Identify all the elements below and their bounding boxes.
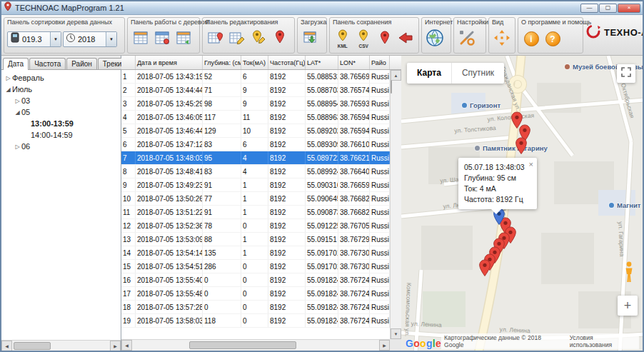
scroll-down-icon[interactable]: ▼	[391, 328, 401, 339]
zoom-in-button[interactable]: +	[618, 296, 638, 316]
table-row[interactable]: 52018-07-05 13:46:4412910819255.08920238…	[121, 124, 390, 138]
internet-button[interactable]	[425, 27, 445, 51]
table-row[interactable]: 142018-07-05 13:54:141351819255.09170138…	[121, 246, 390, 260]
table-cell: 2018-07-05 13:55:40	[136, 273, 203, 286]
table-cell: 2018-07-05 13:55:48	[136, 287, 203, 300]
scroll-right-icon[interactable]: ▶	[110, 341, 121, 351]
maximize-button[interactable]: ▢	[599, 4, 617, 13]
table-row[interactable]: 82018-07-05 13:48:41834819255.08992438.7…	[121, 165, 390, 178]
tree-item[interactable]: ▷Февраль	[1, 72, 121, 84]
table-cell: 4	[241, 151, 268, 164]
table-row[interactable]: 172018-07-05 13:55:4800819255.09182438.7…	[121, 287, 390, 301]
column-header[interactable]: Райо	[370, 56, 390, 69]
column-header[interactable]: Частота(Гц)	[268, 56, 306, 69]
table-cell: 55.090645	[306, 192, 338, 205]
table-row[interactable]: 122018-07-05 13:52:36780819255.09122538.…	[121, 219, 390, 233]
table-row[interactable]: 152018-07-05 13:54:512860819255.09170138…	[121, 260, 390, 273]
table-cell: Russia.	[370, 111, 390, 124]
minimize-button[interactable]: —	[580, 4, 598, 13]
tree-expand-button[interactable]	[131, 27, 151, 51]
save-csv-button[interactable]: CSV	[354, 27, 374, 51]
pegman-icon[interactable]	[624, 261, 634, 286]
column-header[interactable]: Ток(мА)	[241, 56, 268, 69]
table-row[interactable]: 192018-07-05 13:58:031180819255.09182438…	[121, 314, 390, 328]
tree-expander-icon[interactable]: ▷	[4, 75, 12, 81]
save-marker-button[interactable]	[375, 27, 395, 51]
sidebar-tab[interactable]: Район	[66, 58, 97, 69]
table-row[interactable]: 162018-07-05 13:55:4000819255.09182438.7…	[121, 273, 390, 287]
about-button[interactable]: i	[521, 27, 541, 51]
settings-button[interactable]	[457, 27, 477, 51]
chevron-down-icon[interactable]: ▼	[50, 32, 61, 46]
table-row[interactable]: 42018-07-05 13:46:0511711819255.08896338…	[121, 111, 390, 124]
map-poi-label[interactable]: Магнит	[608, 201, 641, 209]
sidebar-horizontal-scrollbar[interactable]: ◀ ▶	[1, 340, 121, 351]
table-vertical-scrollbar[interactable]: ▲ ▼	[390, 70, 401, 339]
scrollbar-thumb[interactable]	[189, 341, 296, 349]
device-select[interactable]: 019.3 ▼	[7, 31, 61, 47]
title-bar[interactable]: TECHNOAC MapProgram 1.21 — ▢ ×	[1, 1, 643, 15]
tree-item[interactable]: 13:00-13:59	[1, 118, 121, 129]
table-row[interactable]: 182018-07-05 13:57:2800819255.09182438.7…	[121, 301, 390, 314]
table-row[interactable]: 22018-07-05 13:44:44719819255.08870338.7…	[121, 84, 390, 97]
column-header[interactable]: LON*	[338, 56, 370, 69]
terms-link[interactable]: Условия использования	[570, 334, 636, 348]
view-pan-button[interactable]	[492, 27, 512, 51]
chevron-down-icon[interactable]: ▼	[106, 32, 116, 46]
point-marker[interactable]	[479, 259, 491, 280]
fullscreen-button[interactable]	[617, 64, 635, 83]
column-header[interactable]: LAT*	[306, 56, 338, 69]
year-select[interactable]: 2018 ▼	[63, 31, 117, 47]
help-button[interactable]: ?	[543, 27, 563, 51]
tree-item[interactable]: ◢Июль	[1, 84, 121, 95]
sidebar-tab[interactable]: Частота	[29, 58, 66, 69]
tree-item[interactable]: ▷03	[1, 95, 121, 106]
popup-close-button[interactable]: ×	[529, 159, 533, 170]
save-kml-button[interactable]: KML	[333, 27, 353, 51]
table-row[interactable]: 132018-07-05 13:53:09881819255.0915138.7…	[121, 233, 390, 246]
table-row[interactable]: 92018-07-05 13:49:23911819255.09031638.7…	[121, 178, 390, 192]
table-row[interactable]: 12018-07-05 13:43:19526819255.08853138.7…	[121, 70, 390, 84]
tree-collapse-button[interactable]	[152, 27, 172, 51]
edit-record-button[interactable]	[227, 27, 247, 51]
table-horizontal-scrollbar[interactable]: ◀ ▶	[121, 339, 390, 351]
edit-table-button[interactable]	[206, 27, 226, 51]
map-canvas[interactable]: Карта Спутник × 05.07.18 13:48:03 Глубин…	[401, 56, 643, 351]
load-data-button[interactable]	[301, 27, 321, 51]
column-header[interactable]: Глубина: (см)	[203, 56, 241, 69]
table-row[interactable]: 62018-07-05 13:47:12836819255.08930938.7…	[121, 138, 390, 151]
sidebar-tab[interactable]: Дата	[3, 58, 29, 70]
google-logo[interactable]: Google	[406, 338, 441, 349]
point-marker[interactable]	[515, 137, 528, 158]
scroll-up-icon[interactable]: ▲	[391, 70, 401, 81]
scroll-left-icon[interactable]: ◀	[1, 341, 12, 351]
marker-delete-button[interactable]	[270, 27, 290, 51]
tree-item[interactable]: 14:00-14:59	[1, 129, 121, 141]
map-poi-label[interactable]: Горизонт	[461, 101, 500, 109]
marker-edit-button[interactable]	[248, 27, 268, 51]
tree-expander-icon[interactable]: ◢	[4, 86, 12, 93]
scrollbar-thumb[interactable]	[14, 342, 51, 350]
scrollbar-thumb[interactable]	[391, 80, 392, 94]
map-view-button[interactable]: Карта	[407, 63, 451, 84]
scroll-right-icon[interactable]: ▶	[379, 340, 390, 351]
satellite-view-button[interactable]: Спутник	[451, 63, 504, 84]
scroll-left-icon[interactable]: ◀	[121, 340, 132, 351]
map-poi-label[interactable]: Памятник Гагарину	[474, 144, 548, 152]
table-row[interactable]: 102018-07-05 13:50:26771819255.09064538.…	[121, 192, 390, 206]
table-row[interactable]: 32018-07-05 13:45:29989819255.08895438.7…	[121, 97, 390, 111]
tree-item[interactable]: ◢05	[1, 106, 121, 118]
tree-expander-icon[interactable]: ▷	[14, 144, 21, 150]
tree-expander-icon[interactable]: ◢	[14, 109, 21, 116]
table-cell: 2018-07-05 13:57:28	[136, 301, 203, 313]
back-arrow-button[interactable]	[396, 27, 416, 51]
tree-expander-icon[interactable]: ▷	[14, 98, 21, 104]
table-row[interactable]: 72018-07-05 13:48:03954819255.08972238.7…	[121, 151, 390, 165]
tree-refresh-button[interactable]	[173, 27, 193, 51]
column-header[interactable]	[121, 56, 136, 69]
close-button[interactable]: ×	[618, 4, 640, 13]
tree-item[interactable]: ▷06	[1, 141, 121, 152]
table-row[interactable]: 112018-07-05 13:51:22911819255.09087338.…	[121, 206, 390, 219]
column-header[interactable]: Дата и время	[136, 56, 203, 69]
table-cell: 9	[241, 84, 268, 96]
